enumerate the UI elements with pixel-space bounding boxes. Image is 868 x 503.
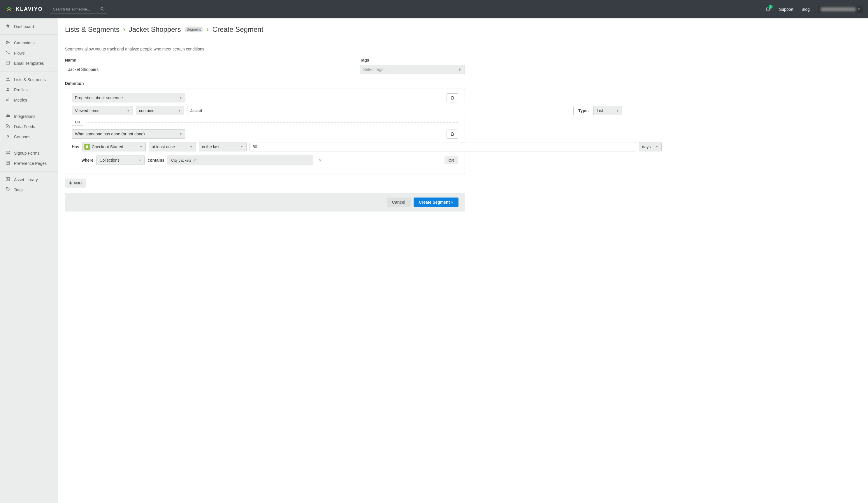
tag-icon (5, 187, 10, 193)
sidebar-item-dashboard[interactable]: Dashboard (0, 21, 58, 31)
sidebar-item-label: Profiles (14, 88, 28, 92)
or-add-button[interactable]: OR (444, 157, 458, 164)
sidebar-item-signup-forms[interactable]: Signup Forms (0, 148, 58, 158)
sidebar-item-coupons[interactable]: $Coupons (0, 132, 58, 142)
search-input[interactable] (50, 5, 107, 14)
and-label: AND (73, 181, 82, 185)
plus-icon: ✚ (69, 181, 72, 185)
name-input[interactable] (65, 65, 355, 74)
users-icon (5, 77, 10, 82)
top-bar: KLAVIYO 1 Support Blog ▼ (0, 0, 868, 18)
user-icon (5, 87, 10, 92)
trash-icon (450, 95, 455, 100)
caret-down-icon: ▼ (139, 159, 142, 162)
select-value: List (597, 108, 603, 113)
cancel-button[interactable]: Cancel (387, 198, 411, 207)
type-label: Type: (577, 108, 590, 113)
account-menu[interactable]: ▼ (818, 6, 863, 13)
select-value: Properties about someone (75, 95, 123, 100)
svg-rect-8 (8, 99, 8, 101)
event-select[interactable]: Checkout Started ▼ (82, 142, 146, 151)
sidebar-item-label: Tags (14, 188, 23, 192)
caret-down-icon: ▼ (127, 109, 130, 112)
brand-text: KLAVIYO (16, 6, 43, 12)
where-field-select[interactable]: Collections ▼ (96, 155, 145, 165)
select-value: What someone has done (or not done) (75, 132, 145, 136)
sidebar-item-profiles[interactable]: Profiles (0, 84, 58, 95)
notification-badge: 1 (768, 5, 773, 9)
property-select[interactable]: Viewed Items ▼ (72, 106, 133, 115)
svg-point-19 (7, 188, 7, 189)
delete-condition-button[interactable] (446, 130, 458, 139)
sidebar-item-label: Integrations (14, 114, 35, 119)
caret-down-icon: ▼ (190, 145, 193, 149)
svg-rect-12 (6, 151, 10, 152)
account-name-obscured (821, 7, 856, 11)
sidebar-item-integrations[interactable]: Integrations (0, 111, 58, 121)
unit-select[interactable]: days ▼ (639, 142, 662, 151)
support-link[interactable]: Support (779, 7, 793, 12)
sidebar-item-label: Asset Library (14, 178, 38, 182)
breadcrumb-parent[interactable]: Jacket Shoppers (129, 26, 181, 33)
or-button[interactable]: OR (72, 119, 83, 126)
caret-down-icon: ▼ (858, 8, 860, 11)
select-value: days (642, 144, 651, 149)
svg-rect-9 (9, 98, 9, 101)
contains-label: contains (147, 158, 164, 162)
caret-down-icon: ▼ (178, 109, 181, 112)
create-segment-button[interactable]: Create Segment » (414, 198, 458, 207)
add-and-button[interactable]: ✚ AND (65, 179, 86, 188)
search-icon[interactable] (100, 7, 105, 12)
notifications-bell[interactable]: 1 (765, 6, 771, 12)
sidebar-item-flows[interactable]: Flows (0, 48, 58, 58)
sidebar-item-email-templates[interactable]: Email Templates (0, 58, 58, 68)
form-icon (5, 150, 10, 156)
caret-down-icon: ▼ (458, 67, 462, 72)
pref-icon (5, 160, 10, 166)
tags-select[interactable]: Select tags... ▼ (360, 65, 465, 74)
svg-point-6 (7, 88, 9, 89)
chip-remove-icon[interactable]: ✕ (193, 159, 196, 162)
frequency-select[interactable]: at least once ▼ (149, 142, 196, 151)
caret-down-icon: ▼ (179, 96, 182, 100)
delete-condition-button[interactable] (446, 93, 458, 102)
shopify-icon (84, 144, 90, 150)
sidebar-item-preference-pages[interactable]: Preference Pages (0, 158, 58, 168)
svg-point-18 (7, 178, 8, 179)
search-box (50, 5, 107, 14)
rss-icon (5, 124, 10, 129)
remove-filter-icon[interactable]: ✕ (316, 158, 324, 163)
sidebar-item-asset-library[interactable]: Asset Library (0, 174, 58, 185)
home-icon (5, 24, 10, 29)
number-input[interactable] (249, 142, 636, 151)
breadcrumb-root[interactable]: Lists & Segments (65, 26, 120, 33)
timerange-select[interactable]: in the last ▼ (199, 142, 247, 151)
value-chip: City Jackets ✕ (169, 157, 198, 164)
sidebar-item-metrics[interactable]: Metrics (0, 95, 58, 105)
svg-point-10 (7, 127, 7, 128)
caret-down-icon: ▼ (179, 132, 182, 136)
sidebar-item-tags[interactable]: Tags (0, 185, 58, 195)
blog-link[interactable]: Blog (802, 7, 810, 12)
image-icon (5, 177, 10, 182)
brand-logo[interactable]: KLAVIYO (5, 6, 43, 12)
condition-type-select[interactable]: What someone has done (or not done) ▼ (72, 129, 185, 139)
chip-text: City Jackets (171, 158, 192, 162)
property-value-input[interactable] (187, 106, 574, 115)
sidebar-item-campaigns[interactable]: Campaigns (0, 38, 58, 48)
sidebar-item-lists-segments[interactable]: Lists & Segments (0, 74, 58, 84)
footer-actions: Cancel Create Segment » (65, 193, 465, 212)
page-description: Segments allow you to track and analyze … (65, 47, 465, 51)
caret-down-icon: ▼ (140, 145, 143, 149)
where-value-tokenbox[interactable]: City Jackets ✕ (167, 155, 313, 165)
dimension-select[interactable]: contains ▼ (136, 106, 184, 115)
sidebar-item-data-feeds[interactable]: Data Feeds (0, 121, 58, 132)
condition-type-select[interactable]: Properties about someone ▼ (72, 93, 185, 102)
type-select[interactable]: List ▼ (593, 106, 622, 115)
caret-down-icon: ▼ (655, 145, 659, 149)
caret-down-icon: ▼ (240, 145, 244, 149)
svg-rect-2 (6, 61, 10, 64)
flow-icon (5, 50, 10, 56)
select-value: Checkout Started (92, 144, 123, 149)
sidebar-item-label: Email Templates (14, 61, 44, 66)
